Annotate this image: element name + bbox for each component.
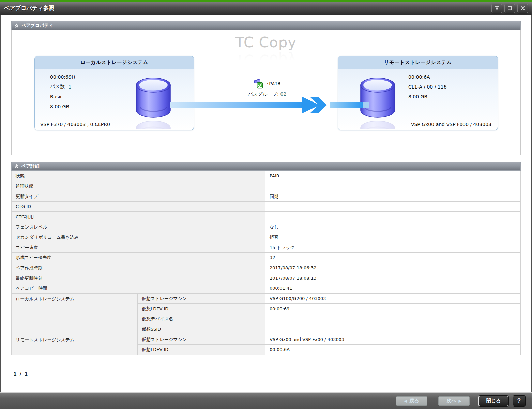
collapse-pair-property-button[interactable] <box>15 23 19 28</box>
sub-row-value <box>265 314 521 324</box>
close-icon <box>520 6 525 11</box>
chevron-up-double-icon <box>15 164 19 169</box>
row-label: 最終更新時刻 <box>12 273 265 283</box>
remote-storage-box: リモートストレージシステム 00:00:6A CL1-A / 00 / 116 … <box>338 56 498 130</box>
sub-row-label: 仮想ストレージマシン <box>138 334 265 345</box>
back-arrow-icon: ◀ <box>404 399 407 403</box>
row-value: 2017/08/07 18:06:32 <box>265 263 521 273</box>
window-titlebar: ペアプロパティ参照 <box>0 2 532 15</box>
table-row: CTG ID- <box>12 202 521 212</box>
back-button-label: 戻る <box>409 398 419 404</box>
path-count-link[interactable]: 1 <box>68 84 71 90</box>
row-label: 処理状態 <box>12 181 265 191</box>
path-count-label: パス数: <box>50 84 66 90</box>
table-row: コピー速度15 トラック <box>12 242 521 253</box>
remote-storage-box-title: リモートストレージシステム <box>338 56 498 69</box>
sub-row-label: 仮想LDEV ID <box>138 304 265 314</box>
row-value: 拒否 <box>265 232 521 242</box>
row-value: 2017/08/07 18:08:13 <box>265 273 521 283</box>
dock-button[interactable] <box>491 4 502 13</box>
remote-port-info: CL1-A / 00 / 116 <box>408 83 447 90</box>
dialog-window: ペアプロパティ参照 <box>0 0 532 409</box>
collapse-pair-detail-button[interactable] <box>15 164 19 169</box>
row-label: CTG ID <box>12 202 265 212</box>
next-arrow-icon: ▶ <box>459 399 461 403</box>
local-capacity: 8.00 GB <box>50 103 75 110</box>
next-button-label: 次へ <box>446 398 456 404</box>
close-dialog-button[interactable]: 閉じる <box>478 396 508 406</box>
help-button[interactable]: ? <box>513 396 525 406</box>
table-row: ペアコピー時間000:01:41 <box>12 283 521 294</box>
pair-status-text: :PAIR <box>266 81 280 86</box>
row-value: 000:01:41 <box>265 283 521 294</box>
dialog-footer-bar: ◀ 戻る 次へ ▶ 閉じる ? <box>0 392 532 409</box>
pair-property-section-title: ペアプロパティ <box>21 22 53 29</box>
tc-copy-watermark: TC Copy <box>12 34 520 51</box>
pair-detail-section-header: ペア詳細 <box>11 162 521 171</box>
table-row: 処理状態 <box>12 181 521 191</box>
local-storage-info: 00:00:69() パス数: 1 Basic 8.00 GB <box>50 74 75 110</box>
local-storage-box: ローカルストレージシステム 00:00:69() パス数: 1 Basic 8.… <box>34 56 194 130</box>
row-value <box>265 181 521 191</box>
sub-row-value: VSP G100/G200 / 403003 <box>265 294 521 304</box>
row-label: ペアコピー時間 <box>12 283 265 294</box>
local-storage-system-name: VSP F370 / 403003 , 0:CLPR0 <box>40 122 110 127</box>
pair-status: :PAIR パスグループ: 02 <box>216 79 318 98</box>
window-controls <box>491 4 528 13</box>
copy-direction-arrow <box>168 96 369 115</box>
table-row: セカンダリボリューム書き込み拒否 <box>12 232 521 242</box>
row-label: 形成コピー優先度 <box>12 253 265 263</box>
table-row: 更新タイプ同期 <box>12 191 521 202</box>
maximize-icon <box>507 6 512 11</box>
next-button[interactable]: 次へ ▶ <box>438 396 470 406</box>
row-value: 15 トラック <box>265 242 521 253</box>
sub-row-value: 00:00:6A <box>265 345 521 355</box>
sub-row-value: VSP Gx00 and VSP Fx00 / 403003 <box>265 334 521 345</box>
table-row: CTG利用- <box>12 212 521 222</box>
row-value: - <box>265 202 521 212</box>
pair-status-icon <box>254 79 263 89</box>
row-value: なし <box>265 222 521 232</box>
window-title: ペアプロパティ参照 <box>4 5 54 12</box>
table-row: ペア作成時刻2017/08/07 18:06:32 <box>12 263 521 273</box>
row-label: フェンスレベル <box>12 222 265 232</box>
row-value: - <box>265 212 521 222</box>
group-label: リモートストレージシステム <box>12 334 138 355</box>
close-button[interactable] <box>517 4 528 13</box>
pair-detail-section-title: ペア詳細 <box>21 163 40 169</box>
remote-ldev-id: 00:00:6A <box>408 74 447 80</box>
row-label: 更新タイプ <box>12 191 265 202</box>
remote-cylinder-reflection <box>360 120 395 129</box>
table-row: 状態PAIR <box>12 171 521 181</box>
remote-storage-title-text: リモートストレージシステム <box>384 59 452 66</box>
row-label: ペア作成時刻 <box>12 263 265 273</box>
row-label: 状態 <box>12 171 265 181</box>
remote-capacity: 8.00 GB <box>408 93 447 100</box>
maximize-button[interactable] <box>504 4 515 13</box>
table-row: 形成コピー優先度32 <box>12 253 521 263</box>
row-label: コピー速度 <box>12 242 265 253</box>
row-label: セカンダリボリューム書き込み <box>12 232 265 242</box>
dock-icon <box>495 6 499 11</box>
local-storage-box-title: ローカルストレージシステム <box>35 56 194 69</box>
sub-row-label: 仮想SSID <box>138 324 265 334</box>
table-row: ローカルストレージシステム 仮想ストレージマシン VSP G100/G200 /… <box>12 294 521 304</box>
local-path-count-line: パス数: 1 <box>50 83 75 90</box>
sub-row-value <box>265 324 521 334</box>
group-label: ローカルストレージシステム <box>12 294 138 334</box>
pair-property-section-header: ペアプロパティ <box>11 21 521 30</box>
sub-row-label: 仮想デバイス名 <box>138 314 265 324</box>
local-storage-title-text: ローカルストレージシステム <box>80 59 148 66</box>
sub-row-label: 仮想ストレージマシン <box>138 294 265 304</box>
pair-status-line: :PAIR <box>216 79 318 89</box>
local-volume-cylinder-icon <box>136 77 171 129</box>
row-label: CTG利用 <box>12 212 265 222</box>
pair-property-diagram: TC Copy TC Copy ローカルストレージシステム 00:00:69()… <box>11 30 521 155</box>
local-cylinder-reflection <box>136 120 171 129</box>
sub-row-value: 00:00:69 <box>265 304 521 314</box>
chevron-up-double-icon <box>15 23 19 28</box>
remote-storage-system-name: VSP Gx00 and VSP Fx00 / 403003 <box>411 122 491 127</box>
back-button[interactable]: ◀ 戻る <box>396 396 427 406</box>
row-value: 同期 <box>265 191 521 202</box>
local-ldev-id: 00:00:69() <box>50 74 75 80</box>
